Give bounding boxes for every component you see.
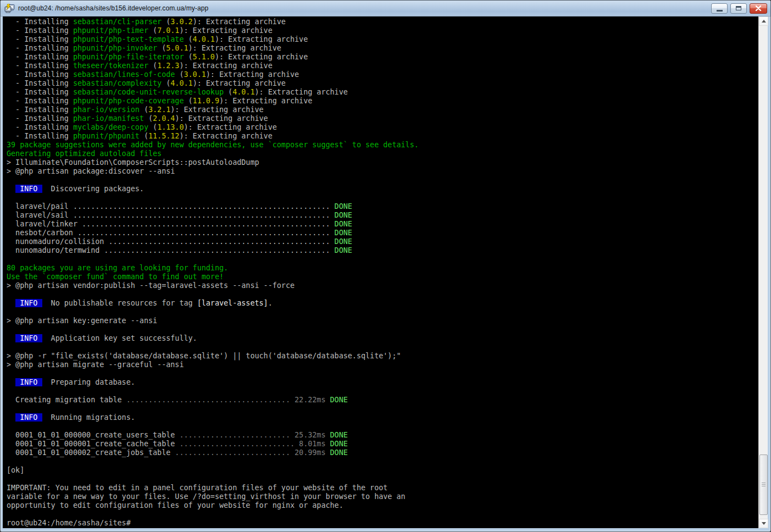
terminal-line: - Installing phpunit/php-file-iterator (…: [7, 53, 758, 62]
terminal-line: INFO Preparing database.: [7, 378, 758, 387]
terminal-line: Creating migration table ...............…: [7, 396, 758, 404]
minimize-icon: [717, 10, 723, 12]
terminal-line: > @php artisan vendor:publish --tag=lara…: [7, 281, 758, 290]
terminal-line: 0001_01_01_000001_create_cache_table ...…: [7, 440, 758, 448]
terminal-line: [7, 290, 758, 299]
terminal-line: [7, 343, 758, 352]
terminal-line: - Installing phpunit/phpunit (11.5.12): …: [7, 132, 758, 141]
scroll-up-arrow: [762, 20, 766, 23]
terminal-line: laravel/pail ...........................…: [7, 202, 758, 211]
terminal-line: 39 package suggestions were added by new…: [7, 141, 758, 149]
scrollbar[interactable]: [758, 16, 768, 528]
terminal-line: - Installing sebastian/complexity (4.0.1…: [7, 79, 758, 88]
terminal-line: - Installing theseer/tokenizer (1.2.3): …: [7, 62, 758, 70]
terminal-line: nunomaduro/termwind ....................…: [7, 246, 758, 255]
terminal-line: opportunity to edit configuration files …: [7, 501, 758, 510]
terminal-line: - Installing phpunit/php-invoker (5.0.1)…: [7, 44, 758, 53]
scroll-down-button[interactable]: [759, 519, 768, 528]
terminal-line: [7, 457, 758, 466]
terminal-line: [7, 176, 758, 185]
info-badge: INFO: [15, 413, 42, 422]
terminal-line: 80 packages you are using are looking fo…: [7, 264, 758, 273]
window-controls: [711, 3, 767, 14]
terminal-output[interactable]: - Installing sebastian/cli-parser (3.0.2…: [3, 16, 758, 528]
terminal-line: [7, 369, 758, 378]
window-content: - Installing sebastian/cli-parser (3.0.2…: [1, 16, 770, 531]
terminal-line: INFO Running migrations.: [7, 413, 758, 422]
info-badge: INFO: [15, 185, 42, 193]
scroll-up-button[interactable]: [759, 16, 768, 26]
terminal-window: root@ub24: /home/sasha/sites/b156.itdeve…: [0, 0, 771, 532]
terminal-line: [7, 308, 758, 317]
terminal-line: > @php artisan package:discover --ansi: [7, 167, 758, 176]
terminal-line: laravel/sail ...........................…: [7, 211, 758, 220]
terminal-line: - Installing myclabs/deep-copy (1.13.0):…: [7, 123, 758, 132]
terminal-line: nesbot/carbon ..........................…: [7, 229, 758, 237]
terminal-line: - Installing phpunit/php-timer (7.0.1): …: [7, 26, 758, 35]
terminal-line: - Installing phpunit/php-text-template (…: [7, 35, 758, 44]
terminal-line: - Installing phar-io/manifest (2.0.4): E…: [7, 114, 758, 123]
terminal-line: [7, 387, 758, 396]
terminal-line: [7, 404, 758, 413]
terminal-line: - Installing sebastian/cli-parser (3.0.2…: [7, 18, 758, 26]
terminal-line: [7, 422, 758, 431]
info-badge: INFO: [15, 378, 42, 386]
close-button[interactable]: [750, 3, 767, 14]
terminal-line: [7, 475, 758, 484]
terminal-line: 0001_01_01_000002_create_jobs_table ....…: [7, 448, 758, 457]
terminal-line: nunomaduro/collision ...................…: [7, 237, 758, 246]
terminal-line: - Installing phar-io/version (3.2.1): Ex…: [7, 106, 758, 114]
terminal-line: root@ub24:/home/sasha/sites#: [7, 519, 758, 528]
terminal-line: > @php -r "file_exists('database/databas…: [7, 352, 758, 361]
maximize-button[interactable]: [730, 3, 747, 14]
terminal-line: Generating optimized autoload files: [7, 149, 758, 158]
terminal-line: IMPORTANT: You need to edit in a panel c…: [7, 484, 758, 492]
terminal-line: INFO Discovering packages.: [7, 185, 758, 193]
terminal-line: - Installing phpunit/php-code-coverage (…: [7, 97, 758, 106]
terminal-line: INFO No publishable resources for tag [l…: [7, 299, 758, 308]
terminal-line: [7, 255, 758, 264]
close-icon: [755, 5, 762, 11]
terminal-line: laravel/tinker .........................…: [7, 220, 758, 229]
terminal-line: Use the `composer fund` command to find …: [7, 273, 758, 281]
terminal-line: [ok]: [7, 466, 758, 475]
terminal-line: - Installing sebastian/lines-of-code (3.…: [7, 70, 758, 79]
terminal-line: > Illuminate\Foundation\ComposerScripts:…: [7, 158, 758, 167]
info-badge: INFO: [15, 334, 42, 342]
terminal-line: [7, 510, 758, 519]
terminal-line: > @php artisan migrate --graceful --ansi: [7, 361, 758, 369]
minimize-button[interactable]: [711, 3, 728, 14]
terminal-line: variable for a new way to your files. Us…: [7, 492, 758, 501]
terminal-line: [7, 193, 758, 202]
terminal-line: [7, 325, 758, 334]
scroll-down-arrow: [762, 522, 766, 525]
title-bar[interactable]: root@ub24: /home/sasha/sites/b156.itdeve…: [1, 1, 770, 16]
terminal-line: > @php artisan key:generate --ansi: [7, 317, 758, 325]
putty-terminal-icon[interactable]: [4, 4, 15, 13]
scrollbar-thumb[interactable]: [759, 455, 768, 515]
terminal-line: INFO Application key set successfully.: [7, 334, 758, 343]
window-title: root@ub24: /home/sasha/sites/b156.itdeve…: [18, 4, 711, 12]
maximize-icon: [736, 6, 741, 10]
info-badge: INFO: [15, 299, 42, 307]
terminal-line: 0001_01_01_000000_create_users_table ...…: [7, 431, 758, 440]
terminal-line: - Installing sebastian/code-unit-reverse…: [7, 88, 758, 97]
